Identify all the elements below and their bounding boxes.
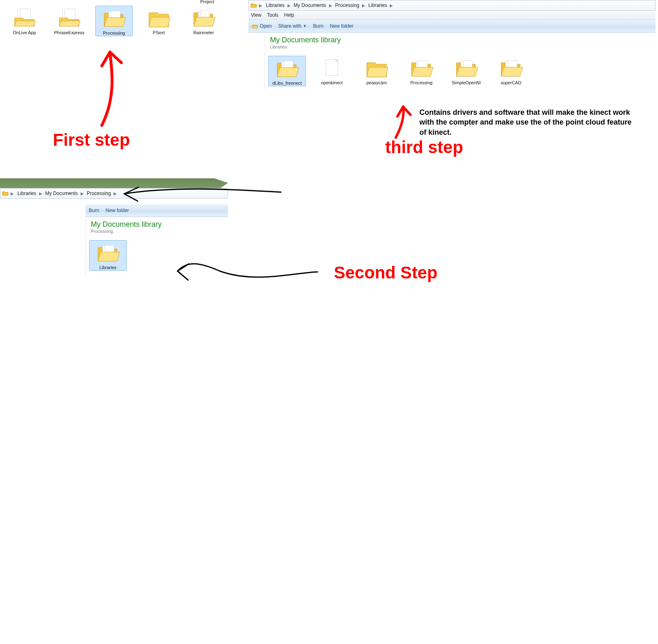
step2-folder-row: Libraries [86,236,228,275]
folder-icon [95,242,121,263]
folder-label: Processing [96,31,132,36]
folder-item[interactable]: PSext [140,6,178,36]
menu-view[interactable]: View [251,12,261,18]
folder-item[interactable]: SimpleOpenNI [447,56,485,86]
toolbar-step3: Open Share with▼ Burn New folder [248,20,656,33]
folder-icon [274,58,300,79]
lib-header-step2: My Documents library Processing [86,217,228,236]
breadcrumb-segment[interactable]: Processing [333,2,361,9]
folder-icon [364,57,390,79]
folder-label: PSext [140,30,178,35]
step1-label: First step [53,130,130,150]
folder-label: Libraries [90,265,126,270]
step1-folder-row: OnLive AppPhraseExpressProcessingPSextRa… [2,0,230,40]
chevron-right-icon: ▶ [287,3,291,8]
breadcrumb-segment[interactable]: Libraries [264,2,286,9]
open-button[interactable]: Open [252,23,272,29]
share-with-button[interactable]: Share with▼ [278,23,307,29]
folder-item[interactable]: OnLive App [6,6,43,36]
folder-label: Rainmeter [185,30,222,35]
folder-label: openkinect [313,80,351,85]
folder-icon [11,7,37,28]
breadcrumb-segment[interactable]: Libraries [366,2,388,9]
chevron-down-icon: ▼ [303,24,307,28]
burn-button[interactable]: Burn [89,208,99,213]
step3-panel: ▶ Libraries▶My Documents▶Processing▶Libr… [248,0,656,90]
partial-folder-label: Project [200,0,214,4]
chevron-right-icon: ▶ [390,3,393,8]
step2-panel: ▶ Libraries▶My Documents▶Processing▶ [0,188,228,199]
step2-content: Burn New folder My Documents library Pro… [86,204,228,275]
folder-item[interactable]: Libraries [89,240,127,271]
folder-icon [453,57,479,79]
menu-bar: View Tools Help [248,11,656,20]
chevron-right-icon: ▶ [81,191,84,196]
folder-label: OnLive App [6,30,43,35]
folder-icon [498,57,524,79]
folder-label: superCAD [492,80,530,85]
breadcrumb-step3[interactable]: ▶ Libraries▶My Documents▶Processing▶Libr… [248,0,656,11]
folder-item[interactable]: Rainmeter [185,6,222,36]
step3-folder-row: dLibs_freenectopenkinectpeasycämProcessi… [265,52,656,90]
chevron-right-icon: ▶ [362,3,365,8]
folder-item[interactable]: superCAD [492,56,530,86]
burn-button[interactable]: Burn [313,23,323,29]
arrow-step1 [90,48,138,129]
breadcrumb-segment[interactable]: My Documents [44,190,79,197]
folder-icon [2,190,9,197]
arrow-step3 [390,104,419,141]
folder-icon [408,57,434,79]
new-folder-button[interactable]: New folder [330,23,353,29]
folder-item[interactable]: peasycäm [358,56,395,86]
lib-subtitle: Processing [91,229,223,234]
chevron-right-icon: ▶ [11,191,14,196]
folder-icon [250,2,257,9]
folder-label: SimpleOpenNI [447,80,485,85]
lib-header-step3: My Documents library Libraries [265,33,656,52]
folder-icon [146,7,172,28]
open-icon [252,23,258,29]
step3-label: third step [385,138,463,157]
folder-label: peasycäm [358,80,395,85]
breadcrumb-segment[interactable]: My Documents [292,2,328,9]
toolbar-step2: Burn New folder [86,204,228,217]
breadcrumb-segment[interactable]: Libraries [16,190,38,197]
step1-panel: Project OnLive AppPhraseExpressProcessin… [2,0,230,53]
lib-subtitle: Libraries [270,44,651,49]
folder-item[interactable]: dLibs_freenect [268,56,306,86]
lib-title: My Documents library [270,36,651,44]
folder-icon [319,57,345,79]
step3-description: Contains drivers and software that will … [419,107,639,137]
chevron-right-icon: ▶ [329,3,332,8]
menu-help[interactable]: Help [284,12,294,18]
chevron-right-icon: ▶ [259,3,262,8]
folder-label: dLibs_freenect [269,81,305,86]
folder-item[interactable]: Processing [403,56,440,86]
chevron-right-icon: ▶ [114,191,117,196]
folder-icon [56,7,82,28]
folder-label: PhraseExpress [50,30,88,35]
breadcrumb-step2[interactable]: ▶ Libraries▶My Documents▶Processing▶ [0,188,228,199]
folder-item[interactable]: Processing [95,6,133,36]
breadcrumb-segment[interactable]: Processing [85,190,112,197]
chevron-right-icon: ▶ [39,191,42,196]
folder-item[interactable]: openkinect [313,56,351,86]
new-folder-button[interactable]: New folder [105,208,129,213]
folder-label: Processing [403,80,440,85]
folder-icon [191,7,217,28]
step2-label: Second Step [334,263,437,283]
menu-tools[interactable]: Tools [267,12,279,18]
folder-item[interactable]: PhraseExpress [50,6,88,36]
lib-title: My Documents library [91,220,223,229]
folder-icon [101,8,127,29]
